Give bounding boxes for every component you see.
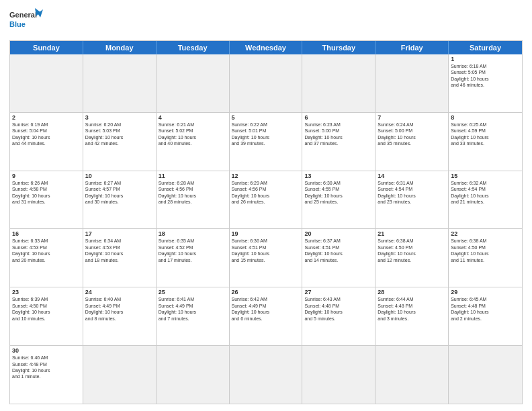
day-info: Sunrise: 6:33 AM Sunset: 4:53 PM Dayligh… [12, 238, 81, 263]
day-number: 26 [232, 289, 300, 295]
day-info: Sunrise: 6:39 AM Sunset: 4:50 PM Dayligh… [12, 296, 81, 322]
day-info: Sunrise: 6:44 AM Sunset: 4:48 PM Dayligh… [378, 296, 446, 322]
day-info: Sunrise: 6:45 AM Sunset: 4:48 PM Dayligh… [451, 296, 520, 322]
calendar-cell: 19Sunrise: 6:36 AM Sunset: 4:51 PM Dayli… [230, 229, 303, 287]
calendar-cell [83, 54, 157, 112]
generalblue-logo: General Blue [9, 7, 43, 36]
day-info: Sunrise: 6:46 AM Sunset: 4:48 PM Dayligh… [12, 355, 81, 380]
day-number: 12 [232, 173, 300, 179]
calendar-cell [230, 346, 303, 404]
day-info: Sunrise: 6:41 AM Sunset: 4:49 PM Dayligh… [159, 296, 227, 322]
calendar-cell: 24Sunrise: 6:40 AM Sunset: 4:49 PM Dayli… [83, 287, 157, 345]
day-number: 5 [232, 114, 300, 121]
day-number: 9 [12, 173, 81, 179]
day-info: Sunrise: 6:25 AM Sunset: 4:59 PM Dayligh… [451, 122, 520, 147]
day-number: 15 [451, 173, 520, 179]
calendar-cell: 20Sunrise: 6:37 AM Sunset: 4:51 PM Dayli… [302, 229, 375, 287]
day-number: 13 [304, 173, 373, 179]
calendar-row-1: 2Sunrise: 6:19 AM Sunset: 5:04 PM Daylig… [10, 112, 522, 171]
calendar-cell [302, 346, 375, 404]
calendar-cell [157, 346, 230, 404]
calendar-cell [375, 346, 449, 404]
day-info: Sunrise: 6:37 AM Sunset: 4:51 PM Dayligh… [304, 238, 373, 263]
calendar-cell: 16Sunrise: 6:33 AM Sunset: 4:53 PM Dayli… [10, 229, 83, 287]
calendar-row-2: 9Sunrise: 6:26 AM Sunset: 4:58 PM Daylig… [10, 171, 522, 229]
day-info: Sunrise: 6:26 AM Sunset: 4:58 PM Dayligh… [12, 180, 81, 205]
calendar-cell: 10Sunrise: 6:27 AM Sunset: 4:57 PM Dayli… [83, 171, 157, 229]
calendar-body: 1Sunrise: 6:18 AM Sunset: 5:05 PM Daylig… [10, 54, 522, 404]
day-number: 6 [304, 114, 373, 121]
logo: General Blue [9, 7, 43, 36]
calendar-cell: 2Sunrise: 6:19 AM Sunset: 5:04 PM Daylig… [10, 113, 83, 171]
calendar-header: SundayMondayTuesdayWednesdayThursdayFrid… [10, 41, 522, 54]
day-info: Sunrise: 6:32 AM Sunset: 4:54 PM Dayligh… [451, 180, 520, 205]
day-info: Sunrise: 6:34 AM Sunset: 4:53 PM Dayligh… [85, 238, 154, 263]
calendar-cell: 27Sunrise: 6:43 AM Sunset: 4:48 PM Dayli… [302, 287, 375, 345]
weekday-header-wednesday: Wednesday [230, 41, 303, 54]
calendar-cell: 17Sunrise: 6:34 AM Sunset: 4:53 PM Dayli… [83, 229, 157, 287]
svg-text:General: General [9, 11, 37, 19]
weekday-header-monday: Monday [83, 41, 157, 54]
day-info: Sunrise: 6:18 AM Sunset: 5:05 PM Dayligh… [451, 63, 520, 89]
day-info: Sunrise: 6:38 AM Sunset: 4:50 PM Dayligh… [451, 238, 520, 263]
calendar-cell: 4Sunrise: 6:21 AM Sunset: 5:02 PM Daylig… [157, 113, 230, 171]
day-info: Sunrise: 6:43 AM Sunset: 4:48 PM Dayligh… [304, 296, 373, 322]
calendar: SundayMondayTuesdayWednesdayThursdayFrid… [9, 40, 523, 404]
day-number: 20 [304, 230, 373, 237]
calendar-cell: 9Sunrise: 6:26 AM Sunset: 4:58 PM Daylig… [10, 171, 83, 229]
calendar-cell [10, 54, 83, 112]
day-number: 18 [159, 230, 227, 237]
header: General Blue [9, 7, 523, 36]
calendar-cell: 8Sunrise: 6:25 AM Sunset: 4:59 PM Daylig… [449, 113, 522, 171]
day-number: 14 [378, 173, 446, 179]
day-number: 21 [378, 230, 446, 237]
day-info: Sunrise: 6:27 AM Sunset: 4:57 PM Dayligh… [85, 180, 154, 205]
day-info: Sunrise: 6:22 AM Sunset: 5:01 PM Dayligh… [232, 122, 300, 147]
day-number: 10 [85, 173, 154, 179]
day-number: 11 [159, 173, 227, 179]
day-number: 24 [85, 289, 154, 295]
day-number: 30 [12, 347, 81, 354]
day-number: 16 [12, 230, 81, 237]
day-number: 19 [232, 230, 300, 237]
day-number: 22 [451, 230, 520, 237]
calendar-cell: 15Sunrise: 6:32 AM Sunset: 4:54 PM Dayli… [449, 171, 522, 229]
day-info: Sunrise: 6:29 AM Sunset: 4:56 PM Dayligh… [232, 180, 300, 205]
day-number: 4 [159, 114, 227, 121]
day-info: Sunrise: 6:20 AM Sunset: 5:03 PM Dayligh… [85, 122, 154, 147]
calendar-cell [157, 54, 230, 112]
calendar-cell [449, 346, 522, 404]
calendar-row-3: 16Sunrise: 6:33 AM Sunset: 4:53 PM Dayli… [10, 228, 522, 287]
day-number: 2 [12, 114, 81, 121]
day-info: Sunrise: 6:31 AM Sunset: 4:54 PM Dayligh… [378, 180, 446, 205]
calendar-cell [83, 346, 157, 404]
calendar-cell: 1Sunrise: 6:18 AM Sunset: 5:05 PM Daylig… [449, 54, 522, 112]
calendar-row-4: 23Sunrise: 6:39 AM Sunset: 4:50 PM Dayli… [10, 287, 522, 345]
calendar-cell [302, 54, 375, 112]
calendar-cell: 29Sunrise: 6:45 AM Sunset: 4:48 PM Dayli… [449, 287, 522, 345]
page: General Blue SundayMondayTuesdayWednesda… [0, 0, 532, 411]
weekday-header-tuesday: Tuesday [157, 41, 230, 54]
day-info: Sunrise: 6:19 AM Sunset: 5:04 PM Dayligh… [12, 122, 81, 147]
weekday-header-saturday: Saturday [449, 41, 522, 54]
day-info: Sunrise: 6:23 AM Sunset: 5:00 PM Dayligh… [304, 122, 373, 147]
day-info: Sunrise: 6:40 AM Sunset: 4:49 PM Dayligh… [85, 296, 154, 322]
day-info: Sunrise: 6:36 AM Sunset: 4:51 PM Dayligh… [232, 238, 300, 263]
calendar-cell: 25Sunrise: 6:41 AM Sunset: 4:49 PM Dayli… [157, 287, 230, 345]
calendar-row-5: 30Sunrise: 6:46 AM Sunset: 4:48 PM Dayli… [10, 345, 522, 404]
calendar-cell: 12Sunrise: 6:29 AM Sunset: 4:56 PM Dayli… [230, 171, 303, 229]
weekday-header-sunday: Sunday [10, 41, 83, 54]
weekday-header-thursday: Thursday [302, 41, 375, 54]
day-number: 23 [12, 289, 81, 295]
calendar-cell: 18Sunrise: 6:35 AM Sunset: 4:52 PM Dayli… [157, 229, 230, 287]
day-number: 8 [451, 114, 520, 121]
day-info: Sunrise: 6:35 AM Sunset: 4:52 PM Dayligh… [159, 238, 227, 263]
svg-marker-3 [38, 9, 43, 17]
calendar-row-0: 1Sunrise: 6:18 AM Sunset: 5:05 PM Daylig… [10, 54, 522, 112]
day-number: 17 [85, 230, 154, 237]
calendar-cell [375, 54, 449, 112]
day-number: 1 [451, 56, 520, 62]
day-number: 7 [378, 114, 446, 121]
day-info: Sunrise: 6:21 AM Sunset: 5:02 PM Dayligh… [159, 122, 227, 147]
calendar-cell [230, 54, 303, 112]
